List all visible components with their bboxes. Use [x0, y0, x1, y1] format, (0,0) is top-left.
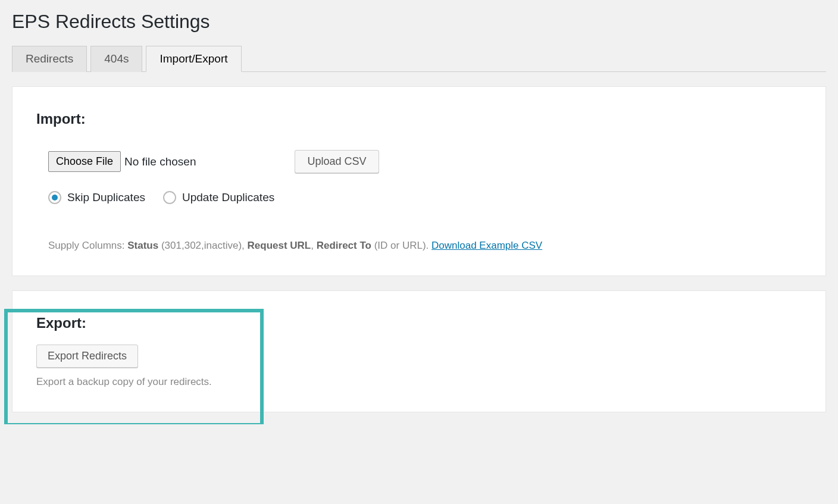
- help-prefix: Supply Columns:: [48, 240, 127, 251]
- file-row: Choose File No file chosen Upload CSV: [36, 150, 802, 173]
- tab-wrapper: Redirects 404s Import/Export: [12, 46, 826, 72]
- tab-import-export[interactable]: Import/Export: [146, 46, 241, 72]
- help-sep1: ,: [311, 240, 316, 251]
- help-status-values: (301,302,inactive),: [158, 240, 247, 251]
- export-redirects-button[interactable]: Export Redirects: [36, 345, 138, 368]
- download-example-link[interactable]: Download Example CSV: [431, 240, 542, 251]
- tab-redirects[interactable]: Redirects: [12, 46, 87, 72]
- radio-skip-label: Skip Duplicates: [67, 191, 145, 204]
- help-redirect-values: (ID or URL).: [371, 240, 431, 251]
- help-request: Request URL: [248, 240, 311, 251]
- import-panel: Import: Choose File No file chosen Uploa…: [12, 86, 826, 276]
- help-status: Status: [127, 240, 158, 251]
- upload-csv-button[interactable]: Upload CSV: [295, 150, 379, 173]
- export-description: Export a backup copy of your redirects.: [36, 376, 802, 388]
- help-redirect: Redirect To: [317, 240, 371, 251]
- choose-file-button[interactable]: Choose File: [48, 151, 121, 172]
- export-panel: Export: Export Redirects Export a backup…: [12, 290, 826, 412]
- no-file-text: No file chosen: [124, 155, 196, 168]
- export-heading: Export:: [36, 315, 802, 331]
- radio-icon: [163, 191, 176, 204]
- radio-update-duplicates[interactable]: Update Duplicates: [163, 191, 274, 204]
- import-help-text: Supply Columns: Status (301,302,inactive…: [36, 240, 802, 252]
- import-heading: Import:: [36, 111, 802, 127]
- radio-skip-duplicates[interactable]: Skip Duplicates: [48, 191, 145, 204]
- tab-404s[interactable]: 404s: [90, 46, 142, 72]
- radio-icon: [48, 191, 61, 204]
- radio-update-label: Update Duplicates: [182, 191, 274, 204]
- duplicate-handling-radios: Skip Duplicates Update Duplicates: [36, 191, 802, 204]
- page-title: EPS Redirects Settings: [12, 0, 826, 46]
